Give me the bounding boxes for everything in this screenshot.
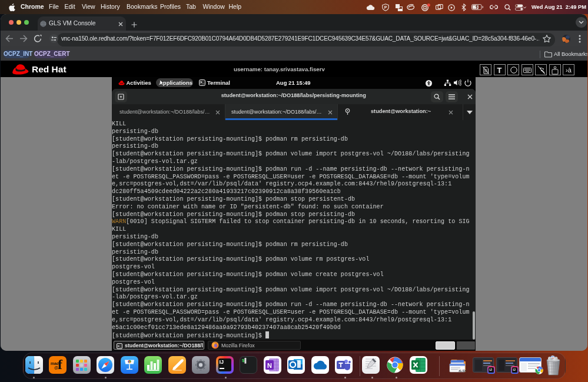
svg-text:N: N xyxy=(267,362,272,369)
svg-text:XLSX: XLSX xyxy=(459,369,467,373)
svg-text:P: P xyxy=(384,5,387,9)
